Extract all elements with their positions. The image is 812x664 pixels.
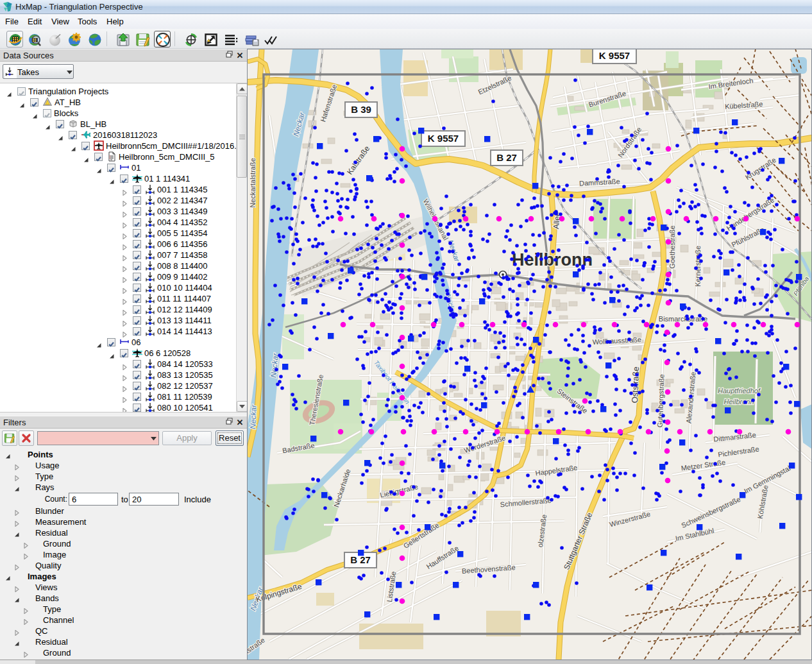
svg-text:Kernerstraße: Kernerstraße <box>694 246 702 287</box>
svg-text:K 9557: K 9557 <box>599 50 630 61</box>
svg-text:Neckar: Neckar <box>248 404 258 429</box>
svg-text:B 39: B 39 <box>351 104 371 115</box>
svg-text:Neckartalstraße: Neckartalstraße <box>249 158 257 208</box>
svg-text:B 27: B 27 <box>350 554 371 565</box>
svg-text:Goethestraße: Goethestraße <box>668 225 676 268</box>
svg-text:B 27: B 27 <box>496 152 517 163</box>
svg-text:Hauptfriedhof: Hauptfriedhof <box>718 387 761 395</box>
svg-text:K 9557: K 9557 <box>428 133 459 144</box>
svg-text:Heilbronn: Heilbronn <box>723 398 754 405</box>
